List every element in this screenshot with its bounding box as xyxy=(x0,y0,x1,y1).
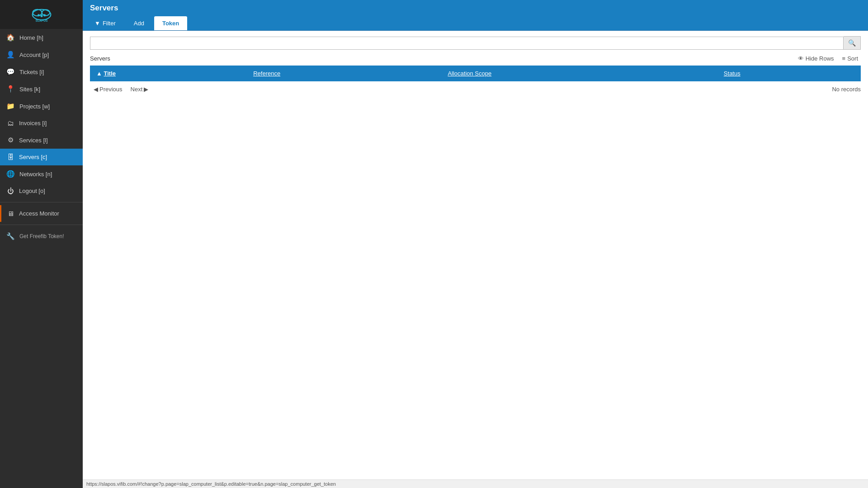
sidebar-item-tickets-label: Tickets [i] xyxy=(19,69,44,75)
col-title[interactable]: ▲ Title xyxy=(90,66,247,81)
no-records-message: No records xyxy=(832,86,861,93)
sidebar-item-access-monitor[interactable]: 🖥 Access Monitor xyxy=(0,205,83,222)
col-title-link[interactable]: Title xyxy=(104,70,116,77)
sidebar-item-sites[interactable]: 📍 Sites [k] xyxy=(0,80,83,98)
tab-filter[interactable]: ▼ Filter xyxy=(86,16,124,30)
sidebar-item-servers-label: Servers [c] xyxy=(19,154,47,160)
col-status-link[interactable]: Status xyxy=(724,70,741,77)
logout-icon: ⏻ xyxy=(6,187,14,195)
sort-asc-icon: ▲ xyxy=(96,70,102,77)
get-token-icon: 🔧 xyxy=(6,232,15,240)
sidebar-item-networks[interactable]: 🌐 Networks [n] xyxy=(0,165,83,183)
table-label: Servers xyxy=(90,55,110,62)
svg-text:SLAPOS: SLAPOS xyxy=(35,19,47,22)
col-allocation-scope-link[interactable]: Allocation Scope xyxy=(448,70,491,77)
account-icon: 👤 xyxy=(6,51,15,59)
sidebar-get-token-label: Get Freefib Token! xyxy=(19,233,64,239)
pagination-buttons: ◀ Previous Next ▶ xyxy=(90,84,152,94)
sidebar-item-projects[interactable]: 📁 Projects [w] xyxy=(0,98,83,115)
tab-add-label: Add xyxy=(134,20,144,27)
search-input[interactable] xyxy=(90,37,844,50)
sidebar-item-get-token[interactable]: 🔧 Get Freefib Token! xyxy=(0,228,83,245)
next-button[interactable]: Next ▶ xyxy=(127,84,152,94)
access-monitor-icon: 🖥 xyxy=(6,210,14,217)
table-header-row: ▲ Title Reference Allocation Scope Statu… xyxy=(90,66,861,81)
search-icon: 🔍 xyxy=(848,39,856,47)
sidebar-nav: 🏠 Home [h] 👤 Account [p] 💬 Tickets [i] 📍… xyxy=(0,29,83,199)
networks-icon: 🌐 xyxy=(6,170,15,178)
svg-point-4 xyxy=(40,15,42,17)
sidebar-item-services[interactable]: ⚙ Services [l] xyxy=(0,131,83,149)
sidebar-item-home[interactable]: 🏠 Home [h] xyxy=(0,29,83,46)
previous-button[interactable]: ◀ Previous xyxy=(90,84,126,94)
sidebar-item-account-label: Account [p] xyxy=(19,52,49,58)
hide-rows-label: Hide Rows xyxy=(806,55,834,62)
previous-icon: ◀ xyxy=(94,86,98,93)
sidebar-item-servers[interactable]: 🗄 Servers [c] xyxy=(0,149,83,165)
main-content: Servers ▼ Filter Add Token 🔍 Servers 👁 H… xyxy=(83,0,868,488)
svg-point-3 xyxy=(37,14,39,16)
sidebar-item-services-label: Services [l] xyxy=(19,137,48,144)
search-button[interactable]: 🔍 xyxy=(844,36,861,50)
filter-icon: ▼ xyxy=(94,20,100,27)
hide-rows-button[interactable]: 👁 Hide Rows xyxy=(795,53,837,64)
sidebar-item-sites-label: Sites [k] xyxy=(19,86,40,93)
search-bar-row: 🔍 xyxy=(90,36,861,50)
data-table: ▲ Title Reference Allocation Scope Statu… xyxy=(90,66,861,81)
sort-label: Sort xyxy=(847,55,858,62)
services-icon: ⚙ xyxy=(6,136,14,144)
sidebar-item-home-label: Home [h] xyxy=(19,34,43,41)
sort-button[interactable]: ≡ Sort xyxy=(840,53,861,64)
sidebar-item-projects-label: Projects [w] xyxy=(19,103,50,110)
content-area: 🔍 Servers 👁 Hide Rows ≡ Sort ▲ xyxy=(83,31,868,479)
col-allocation-scope[interactable]: Allocation Scope xyxy=(441,66,717,81)
tab-add[interactable]: Add xyxy=(126,16,152,30)
slapos-logo: SLAPOS xyxy=(28,5,55,23)
tab-filter-label: Filter xyxy=(103,20,116,27)
sidebar-item-tickets[interactable]: 💬 Tickets [i] xyxy=(0,63,83,80)
servers-icon: 🗄 xyxy=(6,153,14,161)
tickets-icon: 💬 xyxy=(6,68,15,76)
pagination-row: ◀ Previous Next ▶ No records xyxy=(90,84,861,94)
invoices-icon: 🗂 xyxy=(6,119,14,127)
sidebar-divider xyxy=(0,202,83,202)
sidebar-access-monitor-label: Access Monitor xyxy=(19,210,59,217)
status-bar: https://slapos.vifib.com/#!change?p.page… xyxy=(83,479,868,488)
home-icon: 🏠 xyxy=(6,33,15,42)
table-toolbar-right: 👁 Hide Rows ≡ Sort xyxy=(795,53,861,64)
tab-token-label: Token xyxy=(162,20,179,27)
col-reference-link[interactable]: Reference xyxy=(253,70,280,77)
sidebar-item-networks-label: Networks [n] xyxy=(19,171,52,178)
tab-bar: ▼ Filter Add Token xyxy=(83,16,868,31)
page-title: Servers xyxy=(90,4,118,12)
tab-token[interactable]: Token xyxy=(154,16,187,30)
sites-icon: 📍 xyxy=(6,85,15,93)
sidebar-item-invoices-label: Invoices [i] xyxy=(19,120,47,127)
svg-point-5 xyxy=(43,14,46,16)
next-icon: ▶ xyxy=(144,86,148,93)
previous-label: Previous xyxy=(99,86,123,93)
table-header: ▲ Title Reference Allocation Scope Statu… xyxy=(90,66,861,81)
page-header: Servers xyxy=(83,0,868,16)
hide-rows-icon: 👁 xyxy=(798,55,804,62)
sidebar-item-logout[interactable]: ⏻ Logout [o] xyxy=(0,183,83,199)
col-reference[interactable]: Reference xyxy=(247,66,441,81)
col-status[interactable]: Status xyxy=(717,66,861,81)
projects-icon: 📁 xyxy=(6,102,15,110)
table-toolbar: Servers 👁 Hide Rows ≡ Sort xyxy=(90,53,861,64)
sort-icon: ≡ xyxy=(842,55,846,62)
sidebar-divider-2 xyxy=(0,225,83,225)
svg-point-2 xyxy=(42,9,49,15)
sidebar: SLAPOS 🏠 Home [h] 👤 Account [p] 💬 Ticket… xyxy=(0,0,83,488)
sidebar-item-invoices[interactable]: 🗂 Invoices [i] xyxy=(0,115,83,131)
next-label: Next xyxy=(131,86,143,93)
logo-area: SLAPOS xyxy=(0,0,83,29)
status-url: https://slapos.vifib.com/#!change?p.page… xyxy=(86,481,336,487)
sidebar-item-account[interactable]: 👤 Account [p] xyxy=(0,46,83,63)
sidebar-item-logout-label: Logout [o] xyxy=(19,188,45,194)
